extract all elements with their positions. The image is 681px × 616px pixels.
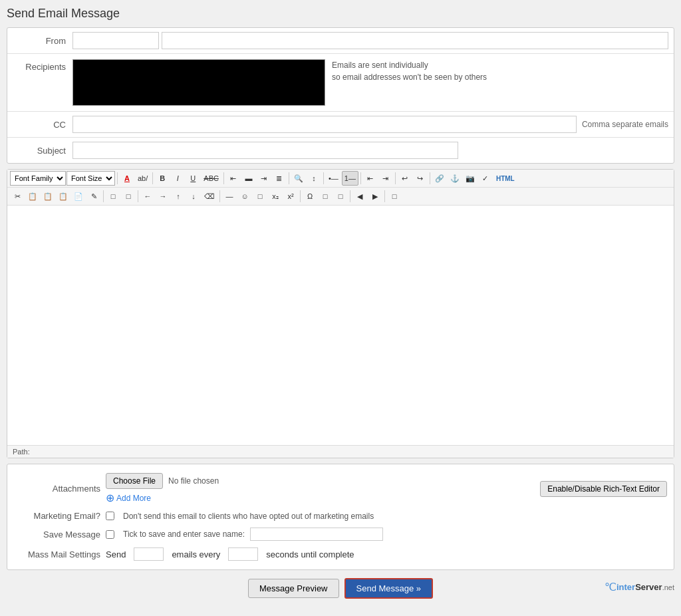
spellcheck-btn[interactable]: ✓ [478,171,493,186]
insert-link-btn[interactable]: 🔗 [432,171,447,186]
block-btn[interactable]: □ [387,189,402,204]
send-btn[interactable]: Send Message » [344,578,434,599]
footer-container: Message Preview Send Message » ℃ interSe… [7,570,674,604]
logo-icon: ℃ [605,581,616,593]
underline-btn[interactable]: U [186,171,200,186]
editor-path: Path: [7,445,674,458]
paste-word-btn[interactable]: 📄 [71,189,86,204]
every-seconds-input[interactable]: 30 [228,547,258,561]
preview-btn[interactable]: Message Preview [248,579,339,598]
right-arrow-btn[interactable]: → [156,189,170,204]
hr-btn[interactable]: — [222,189,237,204]
logo-suffix: .net [662,583,674,591]
paste-btn[interactable]: 📋 [41,189,55,204]
html-btn[interactable]: HTML [493,171,517,186]
cut-btn[interactable]: ✂ [10,189,25,204]
find-btn[interactable]: 🔍 [291,171,306,186]
cc-row: CC Comma separate emails [7,112,674,138]
from-input-1[interactable] [72,32,159,49]
save-message-checkbox[interactable] [106,530,114,539]
mass-mail-row: Mass Mail Settings Send 25 emails every … [14,544,667,564]
from-input-2[interactable] [162,32,668,49]
tb-sep-8 [430,172,430,184]
tb-sep-r2-4 [300,190,301,202]
recipients-textarea[interactable] [72,59,325,106]
indent-btn[interactable]: ⇥ [378,171,393,186]
highlight-btn[interactable]: ab/ [135,171,150,186]
editor-container: Font Family Font Size A ab/ B I U ABC ⇤ … [7,169,674,458]
tb-sep-r2-3 [219,190,220,202]
enable-rte-btn[interactable]: Enable/Disable Rich-Text Editor [540,481,667,497]
font-color-btn[interactable]: A [120,171,134,186]
table-btn[interactable]: □ [121,189,136,204]
add-more-icon: ⊕ [106,492,114,504]
insert-image-btn[interactable]: 📷 [463,171,477,186]
italic-btn[interactable]: I [170,171,185,186]
save-message-input[interactable] [250,528,383,541]
subscript-btn[interactable]: x₂ [268,189,283,204]
strikethrough-btn[interactable]: ABC [201,171,221,186]
align-justify-btn[interactable]: ≣ [272,171,287,186]
font-size-select[interactable]: Font Size [67,171,115,186]
copy-btn[interactable]: 📋 [25,189,40,204]
font-family-select[interactable]: Font Family [10,171,66,186]
next-btn[interactable]: ▶ [368,189,382,204]
from-label: From [13,36,72,46]
edit-btn[interactable]: ✎ [86,189,101,204]
tb-sep-r2-6 [384,190,385,202]
marketing-checkbox[interactable] [106,512,114,520]
smiley-btn[interactable]: ☺ [237,189,252,204]
tb-sep-3 [223,172,224,184]
seconds-label: seconds until complete [266,549,354,559]
toolbar-row-1: Font Family Font Size A ab/ B I U ABC ⇤ … [7,170,674,188]
ordered-list-btn[interactable]: 1― [342,171,358,186]
omega-btn[interactable]: Ω [303,189,317,204]
left-arrow-btn[interactable]: ← [140,189,155,204]
cc-input[interactable] [72,116,577,133]
from-row: From [7,28,674,54]
align-right-btn[interactable]: ⇥ [257,171,271,186]
attachments-label: Attachments [14,484,100,494]
delete-btn[interactable]: ⌫ [202,189,217,204]
editor-body[interactable] [7,206,674,445]
subject-input[interactable] [72,142,458,159]
align-left-btn[interactable]: ⇤ [226,171,241,186]
prev-btn[interactable]: ◀ [352,189,367,204]
mass-mail-label: Mass Mail Settings [14,549,100,559]
footer-row: Message Preview Send Message » [248,570,433,604]
tb-sep-4 [289,172,289,184]
no-file-text: No file chosen [168,476,219,486]
tb-sep-5 [323,172,324,184]
recipients-note: Emails are sent individually so email ad… [332,59,487,83]
undo-btn[interactable]: ↩ [398,171,412,186]
cc-hint: Comma separate emails [582,120,668,129]
remove-format-btn[interactable]: □ [333,189,348,204]
special-char-btn[interactable]: □ [253,189,267,204]
email-form: From Recipients Emails are sent individu… [7,27,674,164]
tb-sep-2 [152,172,153,184]
logo-text: inter [616,582,635,592]
toolbar-row-2: ✂ 📋 📋 📋 📄 ✎ □ □ ← → ↑ ↓ ⌫ — ☺ □ x₂ x² Ω … [7,188,674,206]
paste-text-btn[interactable]: 📋 [56,189,70,204]
outdent-btn[interactable]: ⇤ [363,171,378,186]
form-btn[interactable]: □ [106,189,120,204]
superscript-btn[interactable]: x² [283,189,298,204]
down-arrow-btn[interactable]: ↓ [186,189,201,204]
insert-media-btn[interactable]: □ [318,189,333,204]
unordered-list-btn[interactable]: •― [326,171,341,186]
redo-btn[interactable]: ↪ [413,171,428,186]
up-arrow-btn[interactable]: ↑ [171,189,186,204]
marketing-label: Marketing Email? [14,511,100,521]
emails-every-label: emails every [172,549,220,559]
recipients-area: Emails are sent individually so email ad… [72,59,668,106]
send-count-input[interactable]: 25 [134,547,164,561]
align-center-btn[interactable]: ▬ [241,171,256,186]
attachments-controls: Choose File No file chosen ⊕ Add More [106,473,219,504]
add-more-link[interactable]: ⊕ Add More [106,492,219,504]
attachments-row: Attachments Choose File No file chosen ⊕… [14,470,667,508]
bold-btn[interactable]: B [155,171,170,186]
anchor-btn[interactable]: ⚓ [448,171,462,186]
find-replace-btn[interactable]: ↕ [307,171,321,186]
choose-file-btn[interactable]: Choose File [106,473,163,489]
tb-sep-r2-2 [138,190,138,202]
